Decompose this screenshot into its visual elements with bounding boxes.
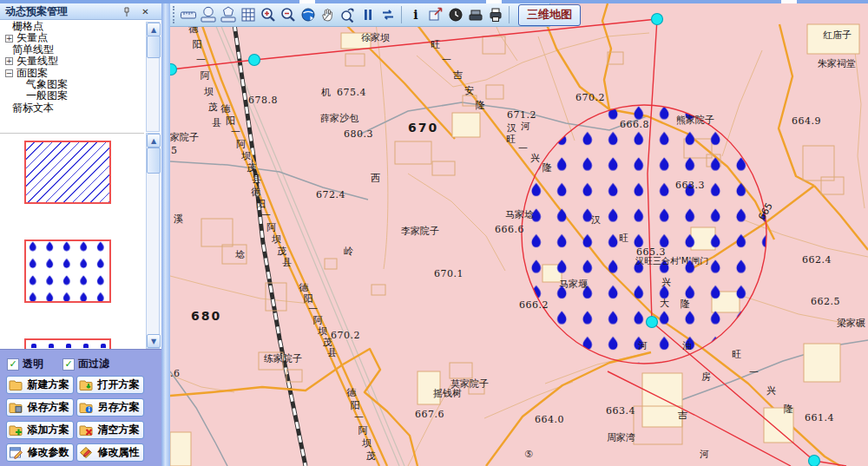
- zoom-previous-icon[interactable]: [338, 5, 358, 25]
- button-label: 另存方案: [95, 400, 141, 415]
- button-label: 修改参数: [25, 445, 71, 460]
- tree-item-label: 矢量线型: [16, 56, 58, 67]
- tree-item-简单线型[interactable]: 简单线型: [0, 44, 144, 56]
- scanner-icon[interactable]: [465, 5, 485, 25]
- checkbox-box[interactable]: ✓: [7, 358, 19, 371]
- folder-open-button[interactable]: 打开方案: [76, 376, 144, 394]
- tree-item-label: 栅格点: [12, 21, 43, 32]
- svg-text:i: i: [88, 406, 89, 413]
- zoom-in-icon[interactable]: [258, 5, 278, 25]
- plan-controls: ✓透明✓面过滤 新建方案打开方案保存方案i另存方案添加方案清空方案修改参数修改属…: [0, 349, 161, 466]
- folder-saveas-button[interactable]: i另存方案: [76, 398, 144, 417]
- button-label: 新建方案: [25, 377, 71, 392]
- tree-item-栅格点[interactable]: 栅格点: [0, 21, 144, 32]
- measure-circle-icon[interactable]: [198, 5, 218, 25]
- tree-item-箭标文本[interactable]: 箭标文本: [0, 102, 144, 114]
- tree-item-label: 矢量点: [16, 32, 48, 43]
- map-handle[interactable]: [809, 456, 820, 466]
- edit-props-button[interactable]: 修改属性: [76, 443, 144, 462]
- clock-icon[interactable]: [445, 5, 465, 25]
- svg-text:i: i: [413, 8, 418, 22]
- 3d-map-button[interactable]: 三维地图: [518, 4, 581, 26]
- tree-item-label: 面图案: [16, 68, 48, 79]
- expand-icon[interactable]: +: [5, 57, 13, 65]
- pause-icon[interactable]: [358, 5, 378, 25]
- button-label: 保存方案: [25, 400, 71, 415]
- button-label: 清空方案: [95, 423, 141, 437]
- tree-item-气象图案[interactable]: 气象图案: [0, 79, 144, 90]
- tree-item-label: 气象图案: [26, 79, 68, 90]
- tree-item-矢量线型[interactable]: +矢量线型: [0, 56, 144, 67]
- plan-manager-panel: 动态预案管理 ✕ 栅格点+矢量点简单线型+矢量线型−面图案气象图案一般图案箭标文…: [0, 3, 162, 466]
- tree-item-一般图案[interactable]: 一般图案: [0, 90, 144, 102]
- checkbox-面过滤[interactable]: ✓面过滤: [62, 357, 109, 371]
- layer-tree: 栅格点+矢量点简单线型+矢量线型−面图案气象图案一般图案箭标文本: [0, 21, 144, 132]
- pin-icon[interactable]: [121, 6, 132, 17]
- pan-hand-icon[interactable]: [318, 5, 338, 25]
- button-label: 添加方案: [25, 423, 71, 437]
- map-toolbar: i 三维地图: [170, 3, 550, 27]
- preview-scrollbar[interactable]: ▲▼: [146, 133, 160, 349]
- application-window: 徐家坝薛家沙包678.8机675.4680.3670西672.4溪岭埝68067…: [0, 0, 868, 466]
- info-icon[interactable]: i: [405, 5, 425, 25]
- folder-new-button[interactable]: 新建方案: [6, 376, 74, 394]
- tree-item-面图案[interactable]: −面图案: [0, 68, 144, 79]
- hazard-zone-circle[interactable]: [522, 105, 766, 364]
- ruler-icon[interactable]: [178, 5, 198, 25]
- tree-item-label: 一般图案: [26, 90, 68, 102]
- checkbox-透明[interactable]: ✓透明: [7, 357, 43, 371]
- refresh-icon[interactable]: [378, 5, 398, 25]
- panel-splitter[interactable]: [161, 3, 170, 466]
- map-canvas[interactable]: 徐家坝薛家沙包678.8机675.4680.3670西672.4溪岭埝68067…: [170, 3, 868, 466]
- folder-clear-button[interactable]: 清空方案: [76, 421, 144, 439]
- checkbox-label: 面过滤: [78, 357, 109, 371]
- raindrop-pattern-swatch[interactable]: [24, 240, 111, 303]
- tree-item-矢量点[interactable]: +矢量点: [0, 32, 144, 43]
- checkbox-box[interactable]: ✓: [62, 358, 75, 371]
- hatch-pattern-swatch[interactable]: [24, 141, 111, 204]
- measure-polygon-icon[interactable]: [218, 5, 238, 25]
- close-icon[interactable]: ✕: [140, 6, 151, 17]
- grid-icon[interactable]: [238, 5, 258, 25]
- toolbar-separator: [509, 6, 510, 23]
- folder-add-button[interactable]: 添加方案: [6, 421, 74, 439]
- printer-icon[interactable]: [485, 5, 505, 25]
- panel-title-bar: 动态预案管理 ✕: [0, 3, 161, 20]
- partial-pattern-swatch[interactable]: [24, 338, 111, 349]
- tree-scrollbar[interactable]: ▲: [146, 22, 160, 132]
- folder-save-button[interactable]: 保存方案: [6, 398, 74, 417]
- map-handle[interactable]: [249, 55, 260, 66]
- expand-icon[interactable]: +: [5, 35, 13, 43]
- export-icon[interactable]: [425, 5, 445, 25]
- map-handle[interactable]: [647, 317, 658, 328]
- button-label: 修改属性: [95, 445, 141, 460]
- tree-item-label: 箭标文本: [12, 102, 54, 114]
- button-label: 打开方案: [95, 377, 141, 392]
- zoom-out-icon[interactable]: [278, 5, 298, 25]
- map-handle[interactable]: [170, 64, 177, 75]
- collapse-icon[interactable]: −: [5, 69, 13, 77]
- edit-params-button[interactable]: 修改参数: [6, 443, 74, 462]
- globe-icon[interactable]: [298, 5, 318, 25]
- toolbar-grip[interactable]: [173, 6, 174, 23]
- pattern-preview-list: [0, 133, 144, 350]
- map-handle[interactable]: [652, 14, 663, 25]
- tree-item-label: 简单线型: [12, 44, 54, 56]
- checkbox-label: 透明: [23, 357, 43, 371]
- toolbar-separator: [401, 6, 402, 23]
- panel-title: 动态预案管理: [5, 4, 68, 19]
